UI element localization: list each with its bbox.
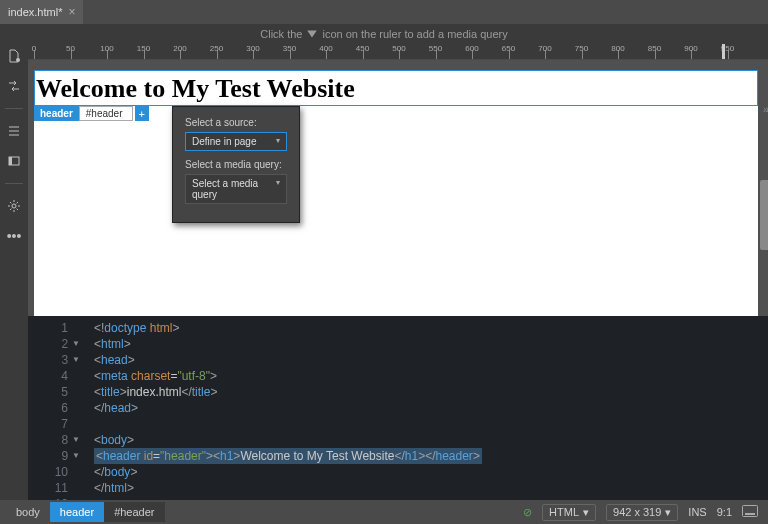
gutter: 12▼3▼45678▼9▼101112 [28,316,86,500]
tab-title: index.html* [8,6,62,18]
breadcrumb: body header #header [0,502,523,522]
workarea: 0501001502002503003504004505005506006507… [28,44,768,500]
list-icon[interactable] [6,123,22,139]
status-bar: body header #header ⊘ HTML ▾ 942 x 319 ▾… [0,500,768,524]
insert-mode[interactable]: INS [688,506,706,518]
add-selector-button[interactable]: + [135,106,149,121]
design-view: Welcome to My Test Website header #heade… [28,60,768,316]
svg-rect-5 [745,513,755,515]
cursor-position: 9:1 [717,506,732,518]
media-query-select[interactable]: Select a media query [185,174,287,204]
tag-name: header [34,106,79,121]
separator [5,183,23,184]
code-lines[interactable]: <!doctype html><html><head><meta charset… [86,316,768,500]
source-select[interactable]: Define in page [185,132,287,151]
status-right: ⊘ HTML ▾ 942 x 319 ▾ INS 9:1 [523,504,768,521]
left-sidebar: ••• [0,44,28,500]
keyboard-icon[interactable] [742,505,758,519]
svg-point-3 [12,204,16,208]
lang-select[interactable]: HTML ▾ [542,504,596,521]
new-rule-popup: Select a source: Define in page Select a… [172,106,300,223]
crumb-header[interactable]: header [50,502,104,522]
media-query-hint: Click the icon on the ruler to add a med… [0,24,768,44]
main-area: ••• 050100150200250300350400450500550600… [0,44,768,500]
tab-bar: index.html* × [0,0,768,24]
more-icon[interactable]: ••• [6,228,22,244]
ruler-indicator[interactable] [722,44,725,60]
triangle-down-icon [306,28,318,40]
file-tab[interactable]: index.html* × [0,0,83,24]
ok-icon: ⊘ [523,506,532,519]
code-view: 12▼3▼45678▼9▼101112 <!doctype html><html… [28,316,768,500]
crumb-id[interactable]: #header [104,502,164,522]
gear-icon[interactable] [6,198,22,214]
canvas[interactable]: Welcome to My Test Website header #heade… [34,70,758,316]
crumb-body[interactable]: body [6,502,50,522]
swap-icon[interactable] [6,78,22,94]
selected-tag-chip: header #header + [34,106,149,121]
separator [5,108,23,109]
tag-id-input[interactable]: #header [79,106,133,121]
close-icon[interactable]: × [68,5,75,19]
expand-arrows-icon[interactable]: »» [763,104,768,115]
svg-rect-2 [9,157,12,165]
hint-text-after: icon on the ruler to add a media query [322,28,507,40]
hint-text-before: Click the [260,28,302,40]
chevron-down-icon: ▾ [583,506,589,519]
source-label: Select a source: [185,117,287,128]
resize-handle[interactable] [760,180,768,250]
media-query-label: Select a media query: [185,159,287,170]
ruler-ticks: 0501001502002503003504004505005506006507… [34,44,768,59]
panel-icon[interactable] [6,153,22,169]
chevron-down-icon: ▾ [665,506,671,519]
selection-outline [34,70,758,106]
file-icon[interactable] [6,48,22,64]
size-select[interactable]: 942 x 319 ▾ [606,504,678,521]
svg-point-0 [16,58,20,62]
ruler[interactable]: 0501001502002503003504004505005506006507… [28,44,768,60]
